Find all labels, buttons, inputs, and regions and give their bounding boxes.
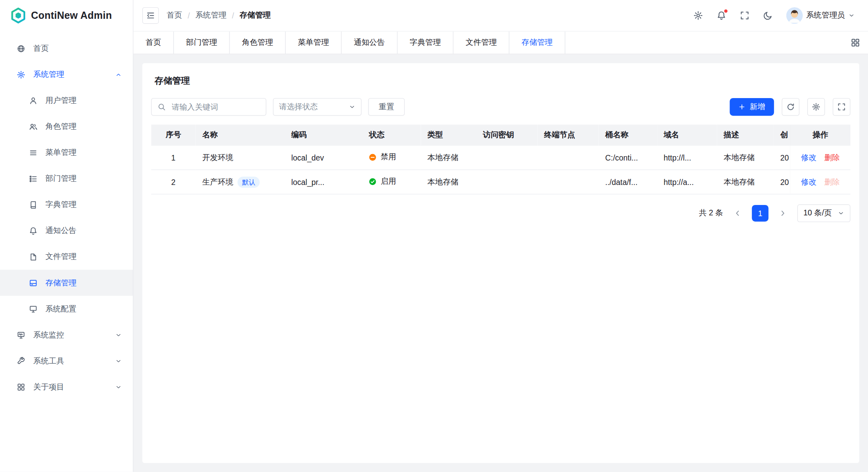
table-row: 1 开发环境 local_dev 禁用 本地存储 bbox=[151, 146, 850, 170]
column-header-no: 序号 bbox=[151, 125, 196, 146]
status-select[interactable]: 请选择状态 bbox=[273, 98, 361, 116]
sidebar-item-label: 系统管理 bbox=[33, 70, 107, 80]
add-button-label: 新增 bbox=[750, 102, 765, 112]
sidebar-item-storage-management[interactable]: 存储管理 bbox=[0, 270, 133, 296]
sidebar-item-system-management[interactable]: 系统管理 bbox=[0, 62, 133, 88]
cell-created: 20 bbox=[774, 170, 790, 194]
sidebar-item-home[interactable]: 首页 bbox=[0, 36, 133, 62]
dark-mode-icon[interactable] bbox=[763, 10, 773, 20]
column-header-access-key: 访问密钥 bbox=[476, 125, 537, 146]
cell-name: 开发环境 bbox=[196, 146, 285, 170]
toolbar: 请选择状态 重置 新增 bbox=[151, 98, 850, 116]
tab-actions-grid-icon[interactable] bbox=[850, 32, 860, 54]
tab-menu[interactable]: 菜单管理 bbox=[286, 32, 342, 54]
check-circle-icon bbox=[369, 178, 377, 185]
column-header-endpoint: 终端节点 bbox=[537, 125, 599, 146]
tab-department[interactable]: 部门管理 bbox=[174, 32, 230, 54]
delete-link-disabled: 删除 bbox=[824, 177, 840, 186]
column-header-bucket: 桶名称 bbox=[599, 125, 657, 146]
cell-code: local_pr... bbox=[285, 170, 362, 194]
sidebar-item-role-management[interactable]: 角色管理 bbox=[0, 114, 133, 140]
page-size-select[interactable]: 10 条/页 bbox=[797, 205, 850, 222]
notifications-icon[interactable] bbox=[716, 10, 726, 20]
sidebar-item-label: 系统监控 bbox=[33, 330, 107, 340]
page-number-1[interactable]: 1 bbox=[752, 205, 769, 222]
page-size-value: 10 条/页 bbox=[803, 208, 832, 218]
sidebar-collapse-button[interactable] bbox=[142, 7, 159, 24]
column-settings-button[interactable] bbox=[807, 98, 825, 116]
default-badge: 默认 bbox=[238, 177, 260, 188]
cell-domain: http://l... bbox=[657, 146, 717, 170]
storage-name: 开发环境 bbox=[202, 153, 233, 163]
main-area: 首页 / 系统管理 / 存储管理 bbox=[133, 0, 868, 472]
search-input[interactable] bbox=[170, 102, 260, 112]
cell-endpoint bbox=[537, 170, 599, 194]
tab-storage[interactable]: 存储管理 bbox=[509, 32, 565, 54]
minus-circle-icon bbox=[369, 153, 377, 161]
chevron-down-icon bbox=[349, 104, 356, 110]
cell-domain: http://a... bbox=[657, 170, 717, 194]
cell-access-key bbox=[476, 146, 537, 170]
sidebar-item-system-config[interactable]: 系统配置 bbox=[0, 296, 133, 322]
edit-link[interactable]: 修改 bbox=[801, 177, 817, 186]
home-icon bbox=[17, 44, 26, 53]
tab-file[interactable]: 文件管理 bbox=[453, 32, 509, 54]
add-button[interactable]: 新增 bbox=[730, 98, 774, 116]
sidebar-item-system-monitor[interactable]: 系统监控 bbox=[0, 322, 133, 348]
sidebar-item-label: 角色管理 bbox=[45, 122, 122, 132]
storage-name: 生产环境 bbox=[202, 177, 233, 187]
sidebar-item-label: 文件管理 bbox=[45, 252, 122, 262]
reset-button[interactable]: 重置 bbox=[368, 98, 405, 116]
sidebar-item-user-management[interactable]: 用户管理 bbox=[0, 88, 133, 114]
sidebar-item-system-tools[interactable]: 系统工具 bbox=[0, 348, 133, 374]
refresh-button[interactable] bbox=[782, 98, 800, 116]
tab-role[interactable]: 角色管理 bbox=[230, 32, 286, 54]
app-logo[interactable]: ContiNew Admin bbox=[0, 0, 133, 31]
cell-status: 禁用 bbox=[362, 146, 421, 170]
sidebar-item-label: 用户管理 bbox=[45, 96, 122, 106]
sidebar-item-menu-management[interactable]: 菜单管理 bbox=[0, 140, 133, 166]
cell-no: 2 bbox=[151, 170, 196, 194]
sidebar-item-dict-management[interactable]: 字典管理 bbox=[0, 192, 133, 218]
breadcrumb-home[interactable]: 首页 bbox=[166, 10, 182, 20]
breadcrumb-system[interactable]: 系统管理 bbox=[195, 10, 226, 20]
sidebar-item-about-project[interactable]: 关于项目 bbox=[0, 374, 133, 400]
tab-notice[interactable]: 通知公告 bbox=[342, 32, 398, 54]
status-text: 启用 bbox=[381, 177, 396, 187]
sidebar-item-label: 存储管理 bbox=[45, 278, 122, 288]
sidebar-item-label: 菜单管理 bbox=[45, 148, 122, 158]
column-header-domain: 域名 bbox=[657, 125, 717, 146]
dict-icon bbox=[29, 200, 38, 209]
cell-actions: 修改删除 bbox=[790, 146, 850, 170]
breadcrumb: 首页 / 系统管理 / 存储管理 bbox=[166, 10, 271, 20]
settings-icon[interactable] bbox=[693, 10, 703, 20]
user-menu[interactable]: 系统管理员 bbox=[786, 7, 855, 24]
sidebar-item-notice-management[interactable]: 通知公告 bbox=[0, 218, 133, 244]
column-header-actions: 操作 bbox=[790, 125, 850, 146]
plus-icon bbox=[739, 104, 746, 110]
cell-bucket: ../data/f... bbox=[599, 170, 657, 194]
sidebar-item-label: 系统工具 bbox=[33, 356, 107, 366]
fullscreen-icon[interactable] bbox=[740, 10, 750, 20]
delete-link[interactable]: 删除 bbox=[824, 153, 840, 161]
total-count: 共 2 条 bbox=[699, 208, 723, 218]
sidebar-item-label: 通知公告 bbox=[45, 226, 122, 236]
chevron-down-icon bbox=[848, 12, 855, 19]
search-icon bbox=[157, 102, 166, 111]
sidebar-item-label: 部门管理 bbox=[45, 174, 122, 184]
cell-description: 本地存储 bbox=[717, 146, 774, 170]
next-page-button[interactable] bbox=[775, 205, 791, 221]
sidebar-item-file-management[interactable]: 文件管理 bbox=[0, 244, 133, 270]
storage-card: 存储管理 请选择状态 重置 新增 bbox=[142, 63, 860, 463]
avatar[interactable] bbox=[786, 7, 803, 24]
tab-home[interactable]: 首页 bbox=[133, 32, 174, 54]
app-window: ContiNew Admin 首页 系统管理 用户管理 角色管理 bbox=[0, 0, 868, 472]
storage-table: 序号 名称 编码 状态 类型 访问密钥 终端节点 桶名称 域名 描述 创 bbox=[151, 125, 850, 194]
tab-dict[interactable]: 字典管理 bbox=[397, 32, 453, 54]
gear-icon bbox=[17, 70, 26, 79]
sidebar-item-department-management[interactable]: 部门管理 bbox=[0, 166, 133, 192]
prev-page-button[interactable] bbox=[730, 205, 745, 221]
table-header-row: 序号 名称 编码 状态 类型 访问密钥 终端节点 桶名称 域名 描述 创 bbox=[151, 125, 850, 146]
table-fullscreen-button[interactable] bbox=[833, 98, 850, 116]
edit-link[interactable]: 修改 bbox=[801, 153, 817, 161]
